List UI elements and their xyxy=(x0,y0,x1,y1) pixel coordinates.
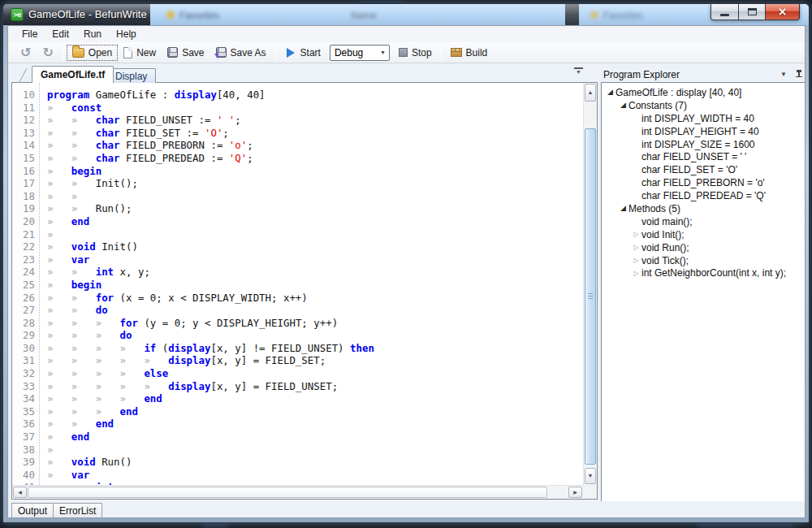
code-line-22[interactable]: » void Init() xyxy=(47,240,583,253)
tree-item[interactable]: ▷void Run(); xyxy=(602,241,806,254)
tree-item[interactable]: void main(); xyxy=(602,215,806,228)
tree-item[interactable]: ▷int GetNeighborCount(int x, int y); xyxy=(602,266,806,279)
code-line-34[interactable]: » » » » end xyxy=(47,392,583,405)
code-line-14[interactable]: » » char FIELD_PREBORN := 'o'; xyxy=(47,139,583,152)
menu-item-run[interactable]: Run xyxy=(76,27,109,41)
window-title: GameOfLife - BefunWrite xyxy=(28,4,147,24)
tree-item[interactable]: int DISPLAY_WIDTH = 40 xyxy=(602,112,806,125)
code-line-27[interactable]: » » do xyxy=(47,304,583,317)
start-button[interactable]: Start xyxy=(279,45,326,61)
open-button[interactable]: Open xyxy=(67,45,118,61)
code-line-39[interactable]: » void Run() xyxy=(47,456,583,469)
toolbar-separator xyxy=(63,45,63,60)
tree-expander-icon[interactable]: ▷ xyxy=(631,267,641,279)
code-line-24[interactable]: » » int x, y; xyxy=(47,266,583,279)
code-line-20[interactable]: » end xyxy=(47,215,583,228)
tree-item[interactable]: char FIELD_SET = 'O' xyxy=(602,163,806,176)
code-line-25[interactable]: » begin xyxy=(47,279,583,292)
tree-item-label: void Tick(); xyxy=(641,255,689,266)
tree-item[interactable]: ◢Constants (7) xyxy=(602,99,806,112)
code-line-17[interactable]: » » Init(); xyxy=(47,177,583,190)
code-keyword: for xyxy=(96,292,114,304)
code-line-23[interactable]: » var xyxy=(47,253,583,266)
code-line-31[interactable]: » » » » » display[x, y] = FIELD_SET; xyxy=(47,354,583,367)
tree-item[interactable]: char FIELD_PREBORN = 'o' xyxy=(602,176,806,189)
tree-item-label: int DISPLAY_WIDTH = 40 xyxy=(641,113,754,124)
redo-icon[interactable]: ↻ xyxy=(37,45,58,60)
bottom-tab-output[interactable]: Output xyxy=(11,503,54,518)
line-number: 28 xyxy=(12,317,39,330)
tree-item[interactable]: ◢Methods (5) xyxy=(602,202,806,215)
scroll-up-button[interactable]: ▲ xyxy=(585,84,596,102)
tab-marker-icon: » xyxy=(47,329,71,341)
tree-item[interactable]: int DISPLAY_HEIGHT = 40 xyxy=(602,125,806,138)
tree-expander-icon[interactable]: ◢ xyxy=(618,202,628,214)
menu-item-file[interactable]: File xyxy=(15,27,45,41)
tree-item[interactable]: char FIELD_PREDEAD = 'Q' xyxy=(602,189,806,202)
code-line-38[interactable]: » xyxy=(47,444,583,457)
code-line-16[interactable]: » begin xyxy=(47,165,583,178)
pin-icon[interactable] xyxy=(795,70,803,80)
code-line-35[interactable]: » » » end xyxy=(47,405,583,418)
code-line-21[interactable]: » xyxy=(47,228,583,241)
code-line-15[interactable]: » » char FIELD_PREDEAD := 'Q'; xyxy=(47,152,583,165)
code-line-19[interactable]: » » Run(); xyxy=(47,202,583,215)
tree-expander-icon[interactable]: ◢ xyxy=(618,99,628,111)
tab-marker-icon: » xyxy=(71,266,96,278)
tree-item[interactable]: ▷void Init(); xyxy=(602,228,806,241)
tree-expander-icon[interactable]: ▷ xyxy=(631,241,641,253)
horizontal-scrollbar[interactable]: ◀ ▶ xyxy=(12,485,583,499)
save-button[interactable]: Save xyxy=(162,45,209,61)
build-button[interactable]: Build xyxy=(445,45,494,61)
code-line-32[interactable]: » » » » else xyxy=(47,367,583,380)
close-button[interactable]: × xyxy=(766,4,800,20)
code-area[interactable]: program GameOfLife : display[40, 40]» co… xyxy=(41,83,583,485)
save-as-button[interactable]: Save As xyxy=(210,45,272,61)
tree-expander-icon[interactable]: ◢ xyxy=(605,86,615,98)
bottom-tab-errorlist[interactable]: ErrorList xyxy=(53,503,102,518)
horizontal-scrollbar-thumb[interactable] xyxy=(28,487,547,498)
maximize-button[interactable] xyxy=(738,4,766,20)
debug-mode-dropdown[interactable]: Debug ▼ xyxy=(330,45,390,61)
vertical-scrollbar-thumb[interactable] xyxy=(585,128,596,465)
code-line-37[interactable]: » end xyxy=(47,431,583,444)
code-line-28[interactable]: » » » for (y = 0; y < DISPLAY_HEIGHT; y+… xyxy=(47,317,583,330)
menu-item-edit[interactable]: Edit xyxy=(45,27,76,41)
tree-item[interactable]: ◢GameOfLife : display [40, 40] xyxy=(602,86,806,99)
code-line-10[interactable]: program GameOfLife : display[40, 40] xyxy=(47,89,583,102)
code-line-26[interactable]: » » for (x = 0; x < DISPLAY_WIDTH; x++) xyxy=(47,292,583,305)
code-line-40[interactable]: » var xyxy=(47,469,583,482)
tree-expander-icon[interactable]: ▷ xyxy=(631,228,641,240)
code-line-12[interactable]: » » char FIELD_UNSET := ' '; xyxy=(47,114,583,127)
tree-expander-icon[interactable]: ▷ xyxy=(631,254,641,266)
tab-marker-icon: » xyxy=(71,405,96,418)
new-button[interactable]: New xyxy=(118,45,162,61)
toolbar-overflow-icon[interactable]: ▼ xyxy=(574,67,583,74)
scroll-left-button[interactable]: ◀ xyxy=(13,487,27,498)
tree-item[interactable]: int DISPLAY_SIZE = 1600 xyxy=(602,138,806,151)
scroll-right-button[interactable]: ▶ xyxy=(568,487,582,498)
code-text: (x = 0; x < DISPLAY_WIDTH; x++) xyxy=(114,292,308,304)
code-line-30[interactable]: » » » » if (display[x, y] != FIELD_UNSET… xyxy=(47,342,583,355)
code-line-36[interactable]: » » end xyxy=(47,418,583,431)
tab-display[interactable]: Display xyxy=(106,68,156,83)
code-line-18[interactable]: » » xyxy=(47,190,583,203)
tree-item[interactable]: ▷void Tick(); xyxy=(602,254,806,267)
undo-icon[interactable]: ↺ xyxy=(15,45,37,60)
code-editor[interactable]: 1011121314151617181920212223242526272829… xyxy=(11,82,598,500)
stop-button[interactable]: Stop xyxy=(393,45,438,61)
code-line-11[interactable]: » const xyxy=(47,102,583,115)
code-line-33[interactable]: » » » » » display[x, y] = FIELD_UNSET; xyxy=(47,380,583,393)
tab-gameoflife-tf[interactable]: GameOfLife.tf xyxy=(32,66,114,83)
menu-item-help[interactable]: Help xyxy=(109,27,144,41)
code-keyword: begin xyxy=(71,279,102,291)
panel-menu-chevron-icon[interactable]: ▼ xyxy=(780,71,787,78)
minimize-button[interactable] xyxy=(710,4,738,20)
title-bar[interactable]: Favorites Name Favorites >e GameOfLife -… xyxy=(3,4,809,25)
code-line-13[interactable]: » » char FIELD_SET := 'O'; xyxy=(47,127,583,140)
vertical-scrollbar[interactable]: ▲ ▼ xyxy=(583,83,597,485)
scroll-down-button[interactable]: ▼ xyxy=(585,468,596,484)
code-line-29[interactable]: » » » do xyxy=(47,329,583,342)
program-explorer-tree[interactable]: ◢GameOfLife : display [40, 40]◢Constants… xyxy=(601,82,806,518)
tree-item[interactable]: char FIELD_UNSET = ' ' xyxy=(602,150,806,163)
